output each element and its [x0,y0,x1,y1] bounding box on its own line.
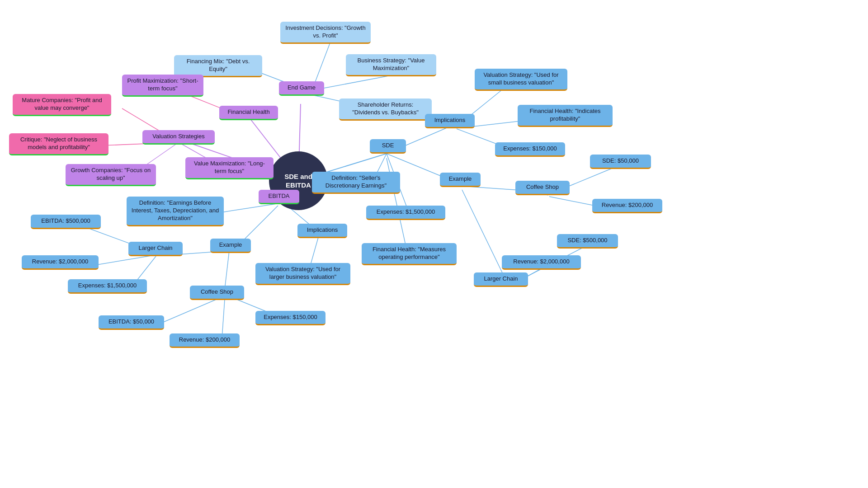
node-revenue-2m-sde[interactable]: Revenue: $2,000,000 [502,255,581,270]
node-sde-500k[interactable]: SDE: $500,000 [557,234,618,249]
svg-line-35 [462,190,506,281]
node-sde-50k[interactable]: SDE: $50,000 [590,155,651,169]
node-critique[interactable]: Critique: "Neglect of business models an… [9,133,108,155]
node-ebitda-500k[interactable]: EBITDA: $500,000 [31,215,101,229]
node-ebitda-larger-chain[interactable]: Larger Chain [128,242,183,256]
node-ebitda-def[interactable]: Definition: "Earnings Before Interest, T… [127,197,224,226]
node-sde-coffee-shop[interactable]: Coffee Shop [515,181,570,195]
node-ebitda[interactable]: EBITDA [259,190,299,204]
node-fh-indicates[interactable]: Financial Health: "Indicates profitabili… [518,105,613,127]
node-ebitda-50k[interactable]: EBITDA: $50,000 [99,315,164,330]
node-expenses-150k-ebitda[interactable]: Expenses: $150,000 [255,311,326,325]
node-valuation-strategies[interactable]: Valuation Strategies [142,130,215,145]
node-end-game[interactable]: End Game [279,81,324,96]
node-sde-def[interactable]: Definition: "Seller's Discretionary Earn… [312,172,400,194]
node-expenses-150k-sde[interactable]: Expenses: $150,000 [495,142,565,157]
node-revenue-200k-sde[interactable]: Revenue: $200,000 [592,199,662,213]
node-sde-implications[interactable]: Implications [425,114,475,128]
node-shareholder-returns[interactable]: Shareholder Returns: "Dividends vs. Buyb… [339,99,432,121]
node-financing-mix[interactable]: Financing Mix: "Debt vs. Equity" [174,55,262,77]
node-value-max[interactable]: Value Maximization: "Long-term focus" [185,157,274,179]
svg-line-7 [312,75,396,90]
node-sde[interactable]: SDE [370,139,406,154]
node-revenue-2m-ebitda[interactable]: Revenue: $2,000,000 [22,255,99,270]
node-fh-measures[interactable]: Financial Health: "Measures operating pe… [362,243,457,265]
node-revenue-200k-ebitda[interactable]: Revenue: $200,000 [170,333,240,348]
node-profit-max[interactable]: Profit Maximization: "Short-term focus" [122,75,203,97]
node-financial-health[interactable]: Financial Health [219,106,278,120]
node-sde-expenses-1500k[interactable]: Expenses: $1,500,000 [366,206,445,220]
node-business-strategy[interactable]: Business Strategy: "Value Maximization" [346,54,436,76]
node-investment-decisions[interactable]: Investment Decisions: "Growth vs. Profit… [280,22,371,44]
node-sde-example[interactable]: Example [440,173,481,187]
node-expenses-1500k-ebitda[interactable]: Expenses: $1,500,000 [68,279,147,294]
node-ebitda-coffee-shop[interactable]: Coffee Shop [190,286,244,300]
node-val-strategy-small[interactable]: Valuation Strategy: "Used for small busi… [475,69,567,91]
node-growth-companies[interactable]: Growth Companies: "Focus on scaling up" [66,164,156,186]
node-ebitda-example[interactable]: Example [210,239,251,253]
node-sde-larger-chain[interactable]: Larger Chain [474,272,528,287]
node-ebitda-implications[interactable]: Implications [297,224,347,238]
node-val-strategy-large[interactable]: Valuation Strategy: "Used for larger bus… [255,263,350,285]
node-mature-companies[interactable]: Mature Companies: "Profit and value may … [13,94,111,116]
